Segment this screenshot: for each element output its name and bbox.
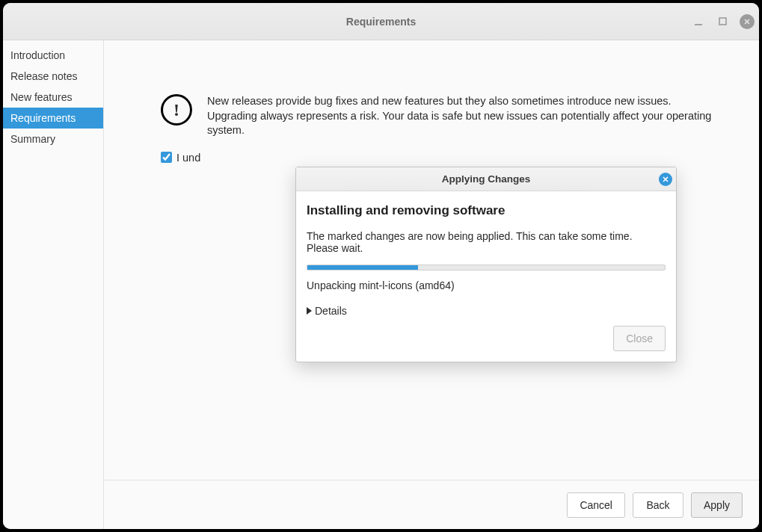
dialog-header: Applying Changes xyxy=(296,167,676,191)
dialog-close-button: Close xyxy=(613,326,666,351)
dialog-header-title: Applying Changes xyxy=(442,173,531,185)
dialog-title: Installing and removing software xyxy=(307,203,666,218)
sidebar-item-summary[interactable]: Summary xyxy=(3,129,103,149)
svg-rect-1 xyxy=(719,18,726,25)
sidebar: Introduction Release notes New features … xyxy=(3,40,104,529)
dialog-description: The marked changes are now being applied… xyxy=(307,230,666,254)
sidebar-item-release-notes[interactable]: Release notes xyxy=(3,66,103,87)
titlebar: Requirements xyxy=(3,3,759,40)
window-close-button[interactable] xyxy=(740,14,755,29)
warning-text: New releases provide bug fixes and new f… xyxy=(207,94,717,138)
footer: Cancel Back Apply xyxy=(104,480,759,529)
chevron-right-icon xyxy=(307,307,312,315)
cancel-button[interactable]: Cancel xyxy=(567,492,625,518)
acknowledge-row: I und xyxy=(161,152,717,164)
window-controls xyxy=(692,14,755,29)
details-expander[interactable]: Details xyxy=(307,305,666,317)
back-button[interactable]: Back xyxy=(633,492,683,518)
acknowledge-checkbox[interactable] xyxy=(161,152,172,163)
apply-button[interactable]: Apply xyxy=(691,492,743,518)
dialog-close-icon[interactable] xyxy=(659,173,672,186)
minimize-button[interactable] xyxy=(692,15,705,28)
applying-changes-dialog: Applying Changes Installing and removing… xyxy=(295,167,677,362)
acknowledge-label: I und xyxy=(176,152,200,164)
progress-bar xyxy=(307,265,666,270)
progress-bar-fill xyxy=(307,265,418,270)
sidebar-item-new-features[interactable]: New features xyxy=(3,87,103,108)
maximize-button[interactable] xyxy=(716,15,729,28)
warning-icon: ! xyxy=(161,94,192,126)
details-label: Details xyxy=(315,305,347,317)
sidebar-item-requirements[interactable]: Requirements xyxy=(3,108,103,129)
progress-status: Unpacking mint-l-icons (amd64) xyxy=(307,279,666,291)
window-title: Requirements xyxy=(346,16,416,28)
sidebar-item-introduction[interactable]: Introduction xyxy=(3,45,103,66)
